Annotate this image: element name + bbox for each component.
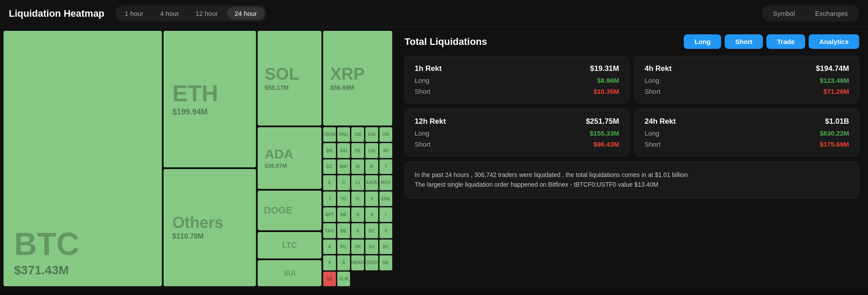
list-item: G bbox=[351, 192, 364, 206]
rekt-value-1h: $19.31M bbox=[590, 64, 619, 73]
list-item: BN bbox=[323, 143, 336, 158]
list-item: NE bbox=[379, 255, 392, 270]
list-item: LIN bbox=[365, 143, 378, 158]
col-mid: SOL $58.17M ADA $36.07M DOGE LTC SUI bbox=[258, 31, 321, 286]
long-label-1h: Long bbox=[415, 77, 429, 84]
ltc-block: LTC bbox=[258, 232, 321, 258]
tab-12hour[interactable]: 12 hour bbox=[188, 7, 226, 20]
list-item: W bbox=[351, 159, 364, 174]
sui-block: SUI bbox=[258, 260, 321, 286]
list-item: ENA bbox=[379, 192, 392, 206]
list-item: AAVE bbox=[365, 175, 378, 190]
short-button[interactable]: Short bbox=[725, 34, 763, 49]
tab-exchanges[interactable]: Exchanges bbox=[806, 7, 857, 20]
time-tabs: 1 hour 4 hour 12 hour 24 hour bbox=[115, 5, 267, 22]
tab-symbol[interactable]: Symbol bbox=[763, 7, 805, 20]
analytics-button[interactable]: Analytics bbox=[809, 34, 859, 49]
list-item: FAI bbox=[337, 143, 350, 158]
xrp-value: $56.69M bbox=[330, 84, 354, 91]
tab-4hour[interactable]: 4 hour bbox=[152, 7, 187, 20]
header: Liquidation Heatmap 1 hour 4 hour 12 hou… bbox=[0, 0, 868, 27]
list-item: TRUM bbox=[323, 127, 336, 142]
sui-symbol: SUI bbox=[284, 269, 295, 277]
main-content: BTC $371.43M ETH $199.94M Others $110.78… bbox=[0, 27, 868, 290]
ada-value: $36.07M bbox=[265, 162, 287, 169]
short-label-12h: Short bbox=[415, 140, 430, 148]
rekt-value-4h: $194.74M bbox=[816, 64, 849, 73]
ada-symbol: ADA bbox=[265, 148, 293, 161]
list-item: 100 bbox=[351, 127, 364, 142]
stat-card-12h: 12h Rekt $251.75M Long $155.33M Short $9… bbox=[405, 109, 629, 156]
stat-card-24h: 24h Rekt $1.01B Long $830.22M Short $175… bbox=[635, 109, 859, 156]
right-columns: ETH $199.94M Others $110.78M SOL $58.17M… bbox=[164, 31, 392, 286]
list-item: A bbox=[323, 240, 336, 254]
list-item: A bbox=[351, 207, 364, 222]
ada-block: ADA $36.07M bbox=[258, 127, 321, 189]
long-label-12h: Long bbox=[415, 129, 429, 137]
rekt-value-24h: $1.01B bbox=[825, 117, 849, 126]
list-item: OP bbox=[351, 240, 364, 254]
panel-title: Total Liquidations bbox=[405, 36, 487, 48]
short-value-4h: $71.26M bbox=[824, 88, 849, 95]
eth-value: $199.94M bbox=[172, 107, 208, 117]
list-item: O bbox=[337, 175, 350, 190]
stats-grid: 1h Rekt $19.31M Long $8.96M Short $10.35… bbox=[405, 56, 859, 156]
list-item: ON bbox=[379, 127, 392, 142]
sol-block: SOL $58.17M bbox=[258, 31, 321, 125]
long-label-4h: Long bbox=[645, 77, 659, 84]
list-item: WIF bbox=[337, 159, 350, 174]
short-label-4h: Short bbox=[645, 88, 660, 95]
trade-button[interactable]: Trade bbox=[766, 34, 805, 49]
eth-symbol: ETH bbox=[172, 82, 218, 105]
others-block: Others $110.78M bbox=[164, 169, 256, 286]
heatmap: BTC $371.43M ETH $199.94M Others $110.78… bbox=[0, 27, 396, 290]
tab-1hour[interactable]: 1 hour bbox=[117, 7, 152, 20]
right-panel: Total Liquidations Long Short Trade Anal… bbox=[396, 27, 868, 290]
stat-row-24h-short: Short $175.69M bbox=[645, 140, 849, 148]
tab-24hour[interactable]: 24 hour bbox=[227, 7, 265, 20]
list-item: A bbox=[365, 207, 378, 222]
list-item: FIL bbox=[337, 240, 350, 254]
stat-row-1h-long: Long $8.96M bbox=[415, 77, 619, 84]
stat-row-4h-short: Short $71.26M bbox=[645, 88, 849, 95]
list-item: BC bbox=[379, 240, 392, 254]
list-item: HBAR bbox=[351, 255, 364, 270]
action-buttons: Long Short Trade Analytics bbox=[684, 34, 859, 49]
list-item: KAI bbox=[365, 127, 378, 142]
list-item: TAO bbox=[323, 223, 336, 238]
stat-card-1h: 1h Rekt $19.31M Long $8.96M Short $10.35… bbox=[405, 56, 629, 103]
list-item: XLM bbox=[337, 272, 350, 286]
btc-block: BTC $371.43M bbox=[4, 31, 162, 286]
info-text: In the past 24 hours , 306,742 traders w… bbox=[415, 171, 688, 188]
long-button[interactable]: Long bbox=[684, 34, 721, 49]
long-value-12h: $155.33M bbox=[590, 129, 619, 137]
info-card: In the past 24 hours , 306,742 traders w… bbox=[405, 162, 859, 198]
stat-row-24h-long: Long $830.22M bbox=[645, 129, 849, 137]
xrp-block: XRP $56.69M bbox=[323, 31, 392, 125]
others-symbol: Others bbox=[172, 215, 223, 231]
eth-block: ETH $199.94M bbox=[164, 31, 256, 167]
small-grid: TRUM PNU 100 KAI ON BN FAI PE LIN AV DC … bbox=[323, 127, 392, 286]
stat-row-12h-short: Short $96.43M bbox=[415, 140, 619, 148]
stat-row-12h-long: Long $155.33M bbox=[415, 129, 619, 137]
list-item: S bbox=[365, 192, 378, 206]
list-item: V bbox=[323, 255, 336, 270]
short-label-24h: Short bbox=[645, 140, 660, 148]
btc-symbol: BTC bbox=[14, 228, 79, 260]
list-item: TO bbox=[337, 192, 350, 206]
list-item: J bbox=[323, 192, 336, 206]
doge-symbol: DOGE bbox=[264, 206, 292, 215]
long-label-24h: Long bbox=[645, 129, 659, 137]
long-value-24h: $830.22M bbox=[820, 129, 849, 137]
rekt-label-24h: 24h Rekt bbox=[645, 117, 676, 125]
list-item: NE bbox=[337, 223, 350, 238]
list-item: IF bbox=[365, 159, 378, 174]
list-item: LI bbox=[351, 175, 364, 190]
rekt-label-12h: 12h Rekt bbox=[415, 117, 446, 125]
stat-card-4h: 4h Rekt $194.74M Long $123.48M Short $71… bbox=[635, 56, 859, 103]
long-value-1h: $8.96M bbox=[597, 77, 619, 84]
list-item: MOV bbox=[379, 175, 392, 190]
list-item: PE bbox=[351, 143, 364, 158]
col-eth-others: ETH $199.94M Others $110.78M bbox=[164, 31, 256, 286]
sol-value: $58.17M bbox=[265, 84, 288, 91]
